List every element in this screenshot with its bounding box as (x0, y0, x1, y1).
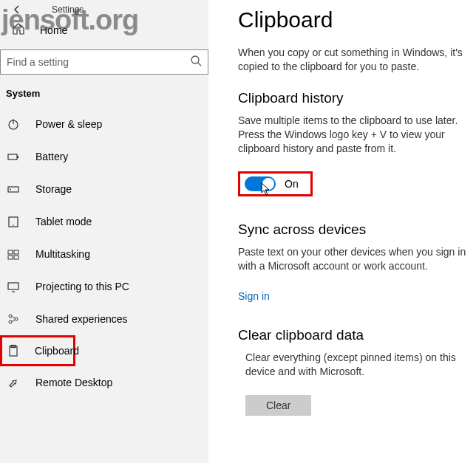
svg-point-0 (191, 56, 199, 64)
svg-line-19 (12, 320, 15, 322)
svg-point-16 (15, 318, 18, 320)
storage-icon (6, 182, 21, 196)
sidebar-item-label: Tablet mode (35, 216, 92, 227)
history-heading: Clipboard history (238, 90, 476, 106)
multitasking-icon (6, 247, 21, 261)
svg-line-1 (198, 63, 201, 66)
page-title: Clipboard (238, 7, 476, 32)
svg-rect-12 (8, 255, 13, 259)
clear-button[interactable]: Clear (245, 395, 311, 416)
sidebar-item-label: Shared experiences (35, 313, 128, 325)
main-content: Clipboard When you copy or cut something… (208, 0, 476, 463)
svg-rect-14 (8, 283, 18, 289)
sidebar-item-power[interactable]: Power & sleep (0, 108, 208, 140)
sidebar: Settings Home System Power & sleep (0, 0, 208, 463)
tablet-icon (6, 214, 21, 229)
sidebar-item-label: Battery (35, 151, 68, 162)
sidebar-item-label: Storage (35, 183, 72, 195)
sidebar-item-clipboard[interactable]: Clipboard (0, 335, 75, 366)
svg-rect-11 (14, 250, 18, 254)
svg-rect-13 (14, 255, 18, 259)
sidebar-item-label: Power & sleep (35, 118, 102, 130)
svg-line-18 (12, 317, 15, 319)
svg-point-7 (10, 189, 11, 191)
settings-label: Settings (52, 4, 84, 15)
home-label: Home (40, 24, 67, 36)
history-desc: Save multiple items to the clipboard to … (238, 114, 476, 156)
svg-point-15 (9, 315, 12, 318)
svg-point-17 (9, 320, 12, 323)
sidebar-item-label: Multitasking (35, 248, 90, 260)
battery-icon (6, 149, 21, 164)
sidebar-item-storage[interactable]: Storage (0, 173, 208, 205)
sidebar-item-label: Projecting to this PC (35, 281, 129, 292)
sidebar-item-label: Remote Desktop (35, 377, 112, 388)
home-icon (12, 22, 25, 38)
sidebar-item-tablet[interactable]: Tablet mode (0, 205, 208, 238)
sidebar-item-shared[interactable]: Shared experiences (0, 303, 208, 335)
sync-heading: Sync across devices (238, 222, 476, 238)
history-toggle-label: On (285, 178, 299, 190)
svg-rect-10 (8, 250, 13, 254)
power-icon (6, 117, 21, 131)
sidebar-item-projecting[interactable]: Projecting to this PC (0, 270, 208, 303)
clear-heading: Clear clipboard data (238, 327, 476, 343)
history-toggle-wrap: On (238, 171, 313, 196)
page-intro: When you copy or cut something in Window… (238, 46, 476, 74)
svg-point-9 (13, 224, 14, 226)
sidebar-item-battery[interactable]: Battery (0, 140, 208, 173)
group-header-system: System (0, 75, 208, 108)
history-toggle[interactable] (245, 176, 276, 191)
sidebar-item-label: Clipboard (35, 345, 79, 357)
sidebar-item-multitasking[interactable]: Multitasking (0, 238, 208, 270)
back-icon[interactable] (12, 4, 25, 15)
clear-desc: Clear everything (except pinned items) o… (238, 351, 476, 379)
svg-rect-4 (8, 154, 17, 160)
sign-in-link[interactable]: Sign in (238, 290, 270, 302)
sync-desc: Paste text on your other devices when yo… (238, 245, 476, 273)
search-icon (190, 55, 202, 69)
search-box[interactable] (0, 49, 208, 75)
sidebar-item-remote[interactable]: Remote Desktop (0, 366, 208, 399)
shared-icon (6, 312, 21, 326)
projecting-icon (6, 279, 21, 294)
clipboard-icon (7, 343, 20, 358)
search-input[interactable] (7, 56, 190, 68)
svg-rect-5 (17, 156, 18, 158)
home-row[interactable]: Home (0, 15, 208, 47)
remote-icon (6, 375, 21, 390)
